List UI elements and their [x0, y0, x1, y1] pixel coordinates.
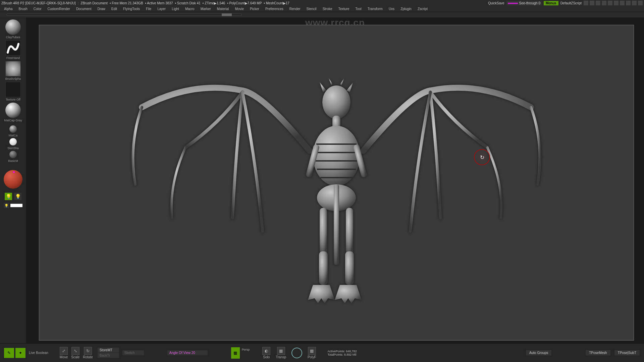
layout-icon[interactable] [590, 1, 594, 5]
menu-flyingtools[interactable]: FlyingTools [120, 7, 143, 11]
menu-edit[interactable]: Edit [109, 7, 120, 11]
canvas-wrap: www.rrcg.cn [26, 17, 644, 343]
autogroups-button[interactable]: Auto Groups [526, 350, 552, 356]
menu-transform[interactable]: Transform [365, 7, 385, 11]
axis-gizmo[interactable] [291, 347, 303, 359]
grid-icon[interactable] [584, 1, 588, 5]
texture-label: Texture Off [6, 98, 20, 101]
tposesubt-button[interactable]: TPose|SubT [614, 350, 640, 356]
menu-light[interactable]: Light [169, 7, 182, 11]
menu-preferences[interactable]: Preferences [263, 7, 286, 11]
minimize-icon[interactable] [626, 1, 631, 5]
solo-button[interactable]: ◐Solo [261, 346, 272, 360]
see-through-slider[interactable]: See-through 0 [506, 1, 542, 5]
recent-material-1[interactable] [9, 125, 17, 133]
menu-tool[interactable]: Tool [353, 7, 364, 11]
sketch-button[interactable]: Sketch [122, 350, 144, 355]
svg-rect-15 [345, 251, 354, 285]
menu-draw[interactable]: Draw [95, 7, 108, 11]
material-selector[interactable]: MatCap Gray [4, 103, 22, 122]
help-icon[interactable] [608, 1, 612, 5]
texture-icon [5, 82, 21, 97]
bottom-shelf: ✎ ✦ Live Boolean ⤢Move ⤡Scale ↻Rotate St… [0, 343, 644, 362]
stat-scratch: • Scratch Disk 41 [175, 1, 201, 5]
brush-preview-icon [5, 19, 21, 35]
persp-button[interactable]: ▦ [231, 347, 240, 359]
menu-uvs[interactable]: Uvs [386, 7, 397, 11]
menu-stroke[interactable]: Stroke [320, 7, 335, 11]
model-preview [75, 44, 598, 322]
move-button[interactable]: ⤢Move [58, 346, 69, 360]
light-small-icon[interactable]: 💡 [4, 203, 9, 208]
draw-mode-button[interactable]: ✦ [15, 348, 25, 358]
color-picker[interactable] [4, 170, 22, 189]
svg-point-0 [322, 85, 351, 119]
refresh-icon[interactable] [620, 1, 625, 5]
menu-document[interactable]: Document [73, 7, 94, 11]
viewport[interactable] [39, 25, 634, 341]
layout2-icon[interactable] [596, 1, 600, 5]
stroke-selector[interactable]: FreeHand [5, 40, 21, 60]
menu-zscript[interactable]: Zscript [415, 7, 430, 11]
svg-rect-12 [320, 208, 327, 255]
menu-marker[interactable]: Marker [198, 7, 214, 11]
svg-rect-13 [346, 208, 353, 255]
menu-zplugin[interactable]: Zplugin [398, 7, 414, 11]
menu-alpha[interactable]: Alpha [1, 7, 15, 11]
timeline-slider[interactable] [7, 14, 241, 16]
quicksave-button[interactable]: QuickSave [488, 1, 504, 5]
menu-picker[interactable]: Picker [247, 7, 262, 11]
settings-icon[interactable] [614, 1, 619, 5]
menu-layer[interactable]: Layer [155, 7, 168, 11]
scale-button[interactable]: ⤡Scale [70, 346, 81, 360]
layout3-icon[interactable] [602, 1, 606, 5]
stat-free-mem: • Free Mem 21.343GB [110, 1, 143, 5]
close-icon[interactable] [638, 1, 643, 5]
rotate-button[interactable]: ↻Rotate [82, 346, 94, 360]
alpha-label: BrushAlpha [5, 77, 21, 80]
menu-material[interactable]: Material [214, 7, 232, 11]
menu-color[interactable]: Color [31, 7, 44, 11]
edit-mode-button[interactable]: ✎ [4, 348, 14, 358]
recent-material-2[interactable] [9, 138, 17, 145]
title-bar: ZBrush 4R8 P2 [DEUC-MJEF-QRKK-SQJI-NHJU]… [0, 0, 644, 6]
maximize-icon[interactable] [632, 1, 637, 5]
doc-title: ZBrush Document [80, 1, 108, 5]
menu-customrender[interactable]: CustomRender [45, 7, 73, 11]
storemt-field[interactable]: StoreMT [98, 348, 119, 353]
texture-selector[interactable]: Texture Off [5, 82, 21, 101]
tposemesh-button[interactable]: TPoseMesh [585, 350, 610, 356]
menu-texture[interactable]: Texture [336, 7, 352, 11]
brush-label: ClayTubes [6, 36, 20, 39]
material-label: MatCap Gray [4, 119, 22, 122]
backtr-field[interactable]: BackTr [98, 353, 119, 358]
matcap-icon [5, 103, 21, 118]
svg-rect-9 [334, 184, 339, 265]
timeline-row [0, 12, 644, 17]
menu-stencil[interactable]: Stencil [304, 7, 319, 11]
stat-meshcount: • MeshCount▶17 [264, 1, 289, 5]
stat-polycount: • PolyCount▶7.649 MP [227, 1, 262, 5]
stat-active-mem: • Active Mem 3837 [145, 1, 173, 5]
transp-button[interactable]: ▦Transp [274, 346, 287, 360]
brush-cursor [474, 149, 490, 165]
brush-selector[interactable]: ClayTubes [5, 19, 21, 39]
poly-stats: ActivePoints: 646,782 TotalPoints: 8.892… [328, 350, 357, 356]
light-secondary-icon[interactable]: 💡 [14, 193, 21, 200]
live-boolean-button[interactable]: Live Boolean [29, 351, 48, 355]
menu-render[interactable]: Render [287, 7, 303, 11]
light-on-icon[interactable]: 💡 [5, 193, 12, 200]
menu-movie[interactable]: Movie [232, 7, 247, 11]
alpha-selector[interactable]: BrushAlpha [5, 61, 21, 80]
alpha-icon [5, 61, 21, 76]
light-intensity-slider[interactable] [10, 204, 22, 207]
defaultzscript-button[interactable]: DefaultZScript [560, 1, 582, 5]
stat-ztime: • ZTime▶1.546 [203, 1, 225, 5]
menus-button[interactable]: Menus [544, 1, 558, 5]
menu-macro[interactable]: Macro [182, 7, 197, 11]
menu-file[interactable]: File [143, 7, 154, 11]
angle-of-view-field[interactable]: Angle Of View 20 [167, 350, 208, 355]
recent-material-3[interactable] [9, 151, 17, 158]
polyf-button[interactable]: ▦PolyF [306, 346, 318, 360]
menu-brush[interactable]: Brush [16, 7, 30, 11]
